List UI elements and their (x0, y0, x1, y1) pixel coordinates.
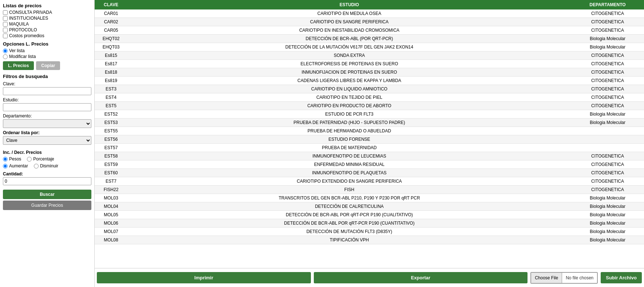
guardar-precios-button[interactable]: Guardar Precios (3, 201, 91, 210)
radio-pesos-input[interactable] (3, 157, 8, 162)
radio-modificar-lista-input[interactable] (3, 54, 8, 59)
price-table: CLAVE ESTUDIO DEPARTAMENTO CAR01CARIOTIP… (95, 0, 644, 244)
cell-estudio: CARIOTIPO EN MEDULA OSEA (127, 9, 571, 18)
cell-departamento: CITOGENETICA (571, 85, 644, 93)
cell-estudio: CARIOTIPO EN PRODUCTO DE ABORTO (127, 102, 571, 110)
table-row[interactable]: EST4CARIOTIPO EN TEJIDO DE PIELCITOGENET… (95, 93, 644, 102)
table-row[interactable]: EST57PRUEBA DE MATERNIDAD (95, 144, 644, 152)
cell-departamento: CITOGENETICA (571, 169, 644, 177)
imprimir-button[interactable]: Imprimir (97, 272, 311, 283)
buscar-button[interactable]: Buscar (3, 190, 91, 199)
cell-estudio: DETECCIÓN DE CALRETICULINA (127, 202, 571, 211)
checkbox-maquila[interactable]: MAQUILA (3, 22, 91, 27)
radio-disminuir[interactable]: Disminuir (34, 163, 58, 168)
inc-dec-section: Inc. / Decr. Precios Pesos Porcentaje Au… (3, 150, 91, 169)
cell-estudio: DETECCIÓN DE MUTACIÓN FLT3 (D835Y) (127, 228, 571, 236)
checkbox-protocolo-label: PROTOCOLO (9, 27, 37, 32)
col-header-departamento: DEPARTAMENTO (571, 0, 644, 9)
table-row[interactable]: MOL06DETECCIÓN DE BCR-ABL POR qRT-PCR P1… (95, 219, 644, 228)
radio-aumentar[interactable]: Aumentar (3, 163, 28, 168)
col-header-estudio: ESTUDIO (127, 0, 571, 9)
radio-disminuir-input[interactable] (34, 164, 39, 168)
table-row[interactable]: Es815SONDA EXTRACITOGENETICA (95, 51, 644, 60)
checkbox-institucionales-input[interactable] (3, 16, 8, 21)
table-row[interactable]: EST53PRUEBA DE PATERNIDAD (HIJO - SUPUES… (95, 119, 644, 127)
cell-departamento: Biologia Molecular (571, 202, 644, 211)
checkbox-consulta-privada[interactable]: CONSULTA PRIVADA (3, 10, 91, 15)
cell-departamento: CITOGENETICA (571, 152, 644, 160)
radio-ver-lista[interactable]: Ver lista (3, 48, 91, 53)
checkbox-institucionales[interactable]: INSTITUCIONALES (3, 16, 91, 21)
filtros-section: Filtros de busqueda Clave: Estudio: Depa… (3, 74, 91, 210)
cell-clave: EST53 (95, 119, 127, 127)
cell-estudio: ELECTROFORESIS DE PROTEINAS EN SUERO (127, 60, 571, 68)
table-row[interactable]: FISH22FISHCITOGENETICA (95, 186, 644, 194)
table-row[interactable]: EST59ENFERMEDAD MINIMA RESIDUALCITOGENET… (95, 160, 644, 169)
table-row[interactable]: EHQT03DETECCIÓN DE LA MUTACIÓN V617F DEL… (95, 43, 644, 51)
table-row[interactable]: MOL08TIPIFICACIÓN VPHBiologia Molecular (95, 236, 644, 244)
checkbox-protocolo-input[interactable] (3, 28, 8, 32)
cell-departamento: CITOGENETICA (571, 186, 644, 194)
radio-modificar-lista[interactable]: Modificar lista (3, 54, 91, 59)
cell-estudio: DETECCIÓN DE BCR-ABL (POR QRT-PCR) (127, 35, 571, 43)
table-row[interactable]: EST52ESTUDIO DE PCR FLT3Biologia Molecul… (95, 110, 644, 119)
ordenar-select[interactable]: Clave Estudio Departamento (3, 136, 91, 145)
radio-porcentaje[interactable]: Porcentaje (27, 156, 54, 162)
subir-archivo-button[interactable]: Subir Archivo (601, 272, 642, 283)
table-row[interactable]: EST55PRUEBA DE HERMANDAD O ABUELDAD (95, 127, 644, 135)
table-row[interactable]: MOL04DETECCIÓN DE CALRETICULINABiologia … (95, 202, 644, 211)
table-row[interactable]: EST7CARIOTIPO EXTENDIDO EN SANGRE PERIFE… (95, 177, 644, 186)
ordenar-label: Ordenar lista por: (3, 130, 91, 135)
checkbox-consulta-privada-input[interactable] (3, 10, 8, 15)
table-row[interactable]: MOL03TRANSCRITOS DEL GEN BCR-ABL P210, P… (95, 194, 644, 202)
table-row[interactable]: Es818INMUNOFIJACION DE PROTEINAS EN SUER… (95, 68, 644, 77)
tipo-row: Pesos Porcentaje (3, 156, 91, 162)
cell-clave: MOL03 (95, 194, 127, 202)
checkbox-costos-promedios-label: Costos promedios (9, 33, 44, 38)
cell-departamento: CITOGENETICA (571, 177, 644, 186)
table-row[interactable]: EST60INMUNOFENOTIPO DE PLAQUETASCITOGENE… (95, 169, 644, 177)
lprecios-button[interactable]: L. Precios (3, 61, 34, 70)
clave-input[interactable] (3, 87, 91, 95)
radio-pesos[interactable]: Pesos (3, 156, 21, 162)
cell-clave: EST55 (95, 127, 127, 135)
radio-porcentaje-input[interactable] (27, 157, 32, 162)
table-row[interactable]: EST58INMUNOFENOTIPO DE LEUCEMIASCITOGENE… (95, 152, 644, 160)
table-row[interactable]: EST3CARIOTIPO EN LIQUIDO AMNIOTICOCITOGE… (95, 85, 644, 93)
radio-aumentar-input[interactable] (3, 164, 8, 168)
listas-title: Listas de precios (3, 3, 91, 8)
cell-clave: EST52 (95, 110, 127, 119)
table-row[interactable]: EST5CARIOTIPO EN PRODUCTO DE ABORTOCITOG… (95, 102, 644, 110)
cantidad-input[interactable] (3, 177, 91, 185)
cell-departamento: Biologia Molecular (571, 228, 644, 236)
table-row[interactable]: CAR05CARIOTIPO EN INESTABILIDAD CROMOSOM… (95, 26, 644, 35)
table-row[interactable]: Es819CADENAS LIGERAS LIBRES DE KAPPA Y L… (95, 77, 644, 85)
cell-clave: FISH22 (95, 186, 127, 194)
departamento-select[interactable] (3, 119, 91, 128)
table-area[interactable]: CLAVE ESTUDIO DEPARTAMENTO CAR01CARIOTIP… (95, 0, 644, 268)
cell-estudio: ENFERMEDAD MINIMA RESIDUAL (127, 160, 571, 169)
file-chooser-area[interactable]: Choose File No file chosen (530, 272, 598, 284)
cell-estudio: PRUEBA DE HERMANDAD O ABUELDAD (127, 127, 571, 135)
table-row[interactable]: EST56ESTUDIO FORENSE (95, 135, 644, 144)
table-row[interactable]: MOL05DETECCIÓN DE BCR-ABL POR qRT-PCR P1… (95, 211, 644, 219)
table-row[interactable]: MOL07DETECCIÓN DE MUTACIÓN FLT3 (D835Y)B… (95, 228, 644, 236)
table-row[interactable]: Es817ELECTROFORESIS DE PROTEINAS EN SUER… (95, 60, 644, 68)
table-row[interactable]: EHQT02DETECCIÓN DE BCR-ABL (POR QRT-PCR)… (95, 35, 644, 43)
cell-estudio: CADENAS LIGERAS LIBRES DE KAPPA Y LAMBDA (127, 77, 571, 85)
cell-departamento: Biologia Molecular (571, 211, 644, 219)
table-row[interactable]: CAR01CARIOTIPO EN MEDULA OSEACITOGENETIC… (95, 9, 644, 18)
radio-modificar-lista-label: Modificar lista (9, 54, 36, 59)
checkbox-maquila-input[interactable] (3, 22, 8, 27)
cell-estudio: TIPIFICACIÓN VPH (127, 236, 571, 244)
radio-ver-lista-input[interactable] (3, 49, 8, 53)
choose-file-button[interactable]: Choose File (531, 273, 562, 283)
table-row[interactable]: CAR02CARIOTIPO EN SANGRE PERIFERICACITOG… (95, 18, 644, 26)
estudio-input[interactable] (3, 103, 91, 111)
copiar-button[interactable]: Copiar (36, 61, 60, 70)
checkbox-costos-promedios[interactable]: Costos promedios (3, 33, 91, 38)
exportar-button[interactable]: Exportar (314, 272, 528, 283)
cell-clave: EST57 (95, 144, 127, 152)
checkbox-costos-promedios-input[interactable] (3, 34, 8, 38)
checkbox-protocolo[interactable]: PROTOCOLO (3, 27, 91, 32)
